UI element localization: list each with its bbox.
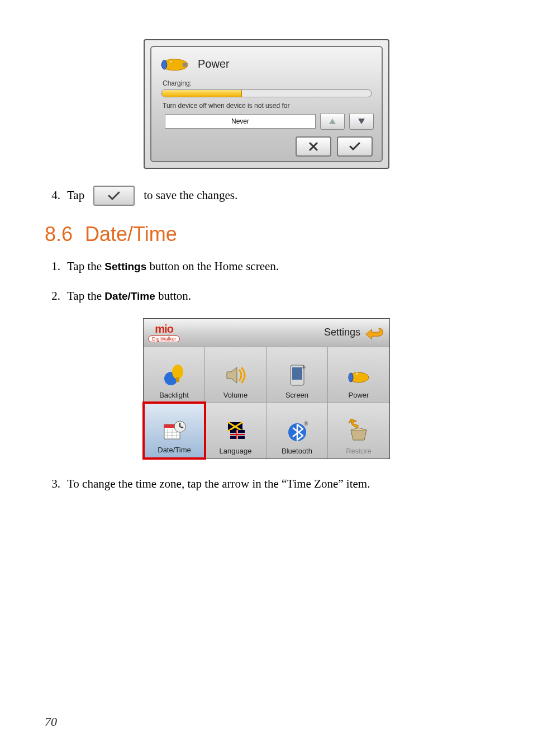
settings-title: Settings [324, 327, 360, 338]
instruction-step-2: 2. Tap the Date/Time button. [45, 288, 488, 304]
turnoff-label: Turn device off when device is not used … [163, 102, 374, 110]
grid-label: Volume [223, 391, 248, 399]
step-text-before: Tap [67, 187, 84, 204]
settings-item-screen[interactable]: + Screen [266, 347, 328, 403]
step-number: 3. [45, 476, 60, 492]
svg-rect-10 [292, 367, 302, 380]
power-screenshot: + Power Charging: Turn device off when d… [144, 39, 389, 169]
svg-marker-5 [358, 119, 365, 124]
step-number: 2. [45, 288, 60, 304]
mio-logo: mio DigiWalker [148, 323, 180, 342]
settings-item-backlight[interactable]: Backlight [144, 347, 205, 403]
step-text: To change the time zone, tap the arrow i… [67, 476, 370, 492]
settings-screenshot: mio DigiWalker Settings [143, 318, 390, 459]
section-title: Date/Time [85, 223, 177, 246]
instruction-step-3: 3. To change the time zone, tap the arro… [45, 476, 488, 492]
step-bold: Settings [104, 261, 146, 272]
svg-point-13 [349, 373, 353, 382]
svg-rect-32 [236, 430, 237, 439]
grid-label: Date/Time [158, 446, 191, 454]
settings-item-volume[interactable]: Volume [205, 347, 266, 403]
grid-label: Backlight [159, 391, 189, 399]
svg-marker-4 [329, 119, 336, 124]
grid-label: Power [349, 391, 369, 399]
inline-check-button [93, 186, 135, 206]
step-text-after: button. [155, 289, 191, 303]
svg-text:+: + [355, 371, 359, 377]
section-number: 8.6 [45, 223, 73, 246]
step-text-after: to save the changes. [144, 187, 237, 204]
power-title: Power [198, 58, 230, 70]
svg-text:+: + [302, 363, 306, 371]
grid-label: Language [220, 447, 252, 455]
settings-item-restore[interactable]: Restore [328, 403, 389, 459]
grid-label: Restore [346, 447, 372, 455]
svg-rect-2 [183, 63, 187, 67]
charge-bar [161, 89, 372, 97]
grid-label: Bluetooth [282, 447, 312, 455]
settings-item-datetime[interactable]: Date/Time [142, 401, 206, 460]
step-text-after: button on the Home screen. [146, 259, 279, 273]
speaker-icon [222, 362, 249, 389]
battery-icon: + [345, 362, 372, 389]
settings-item-power[interactable]: + Power [328, 347, 389, 403]
combo-up-button[interactable] [320, 113, 345, 130]
svg-rect-8 [176, 377, 179, 382]
flags-icon [222, 418, 249, 445]
svg-text:®: ® [304, 420, 308, 427]
svg-point-7 [172, 365, 183, 379]
bulb-icon [161, 362, 188, 389]
step-text-before: Tap the [67, 289, 104, 303]
settings-item-language[interactable]: Language [205, 403, 266, 459]
page-number: 70 [45, 715, 57, 729]
section-heading: 8.6 Date/Time [45, 223, 488, 246]
settings-item-bluetooth[interactable]: ® Bluetooth [266, 403, 328, 459]
ok-button[interactable] [337, 136, 373, 157]
svg-point-1 [162, 60, 167, 70]
box-arrow-icon [345, 418, 372, 445]
instruction-step-4: 4. Tap to save the changes. [45, 186, 488, 206]
step-number: 1. [45, 258, 60, 275]
step-bold: Date/Time [104, 290, 155, 302]
charging-label: Charging: [163, 79, 374, 87]
grid-label: Screen [285, 391, 308, 399]
battery-icon: + [159, 53, 190, 75]
bluetooth-icon: ® [284, 418, 311, 445]
step-number: 4. [45, 187, 60, 204]
calendar-clock-icon [161, 417, 188, 443]
svg-text:+: + [169, 59, 172, 64]
timeout-combo[interactable]: Never [165, 114, 316, 129]
logo-subtext: DigiWalker [148, 336, 180, 342]
combo-down-button[interactable] [349, 113, 374, 130]
pda-icon: + [284, 362, 311, 389]
step-text-before: Tap the [67, 259, 104, 273]
back-arrow-icon[interactable] [365, 324, 385, 341]
charge-fill [162, 90, 242, 97]
cancel-button[interactable] [296, 136, 331, 157]
instruction-step-1: 1. Tap the Settings button on the Home s… [45, 258, 488, 275]
